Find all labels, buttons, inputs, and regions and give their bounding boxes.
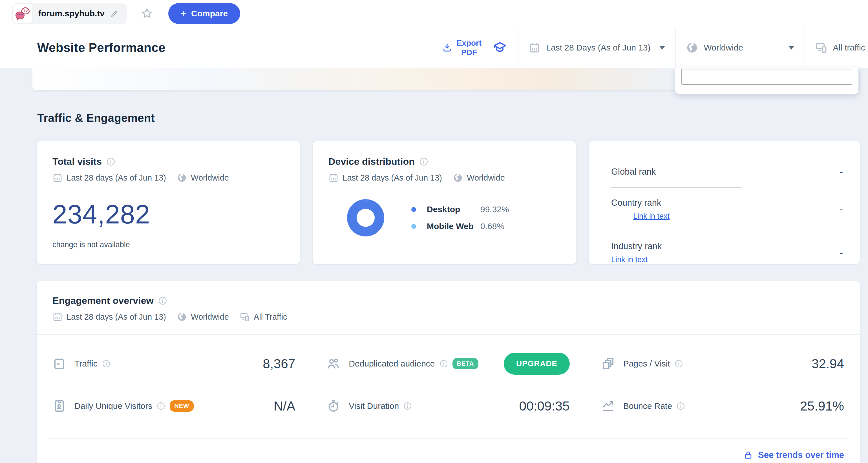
download-icon bbox=[442, 42, 452, 53]
engagement-overview-card: Engagement overview Last 28 days (As of … bbox=[37, 281, 860, 463]
country-rank-link[interactable]: Link in text bbox=[633, 212, 670, 221]
globe-icon bbox=[453, 173, 463, 183]
divider bbox=[611, 231, 742, 231]
engagement-date-label: Last 28 days (As of Jun 13) bbox=[66, 312, 166, 322]
global-rank-value: - bbox=[840, 166, 843, 177]
metric-label: Deduplicated audience bbox=[349, 359, 435, 369]
academy-button[interactable] bbox=[487, 27, 518, 68]
info-icon[interactable] bbox=[102, 359, 111, 368]
card-geo-label: Worldwide bbox=[191, 173, 229, 182]
chevron-down-icon bbox=[788, 46, 795, 50]
pages-icon bbox=[601, 357, 615, 371]
metrics-cards-row: Total visits Last 28 days (As of Jun 13)… bbox=[37, 141, 860, 264]
devices-icon bbox=[240, 312, 250, 322]
lock-icon bbox=[743, 450, 753, 460]
legend-item-desktop: Desktop 99.32% bbox=[411, 205, 509, 214]
info-icon[interactable] bbox=[677, 402, 685, 410]
edit-domain-icon[interactable] bbox=[110, 9, 119, 18]
info-icon[interactable] bbox=[439, 359, 448, 368]
id-card-icon bbox=[53, 399, 66, 413]
engagement-geo-label: Worldwide bbox=[191, 312, 229, 322]
metric-label: Daily Unique Visitors bbox=[74, 401, 152, 411]
calendar-icon bbox=[53, 312, 63, 322]
globe-icon bbox=[177, 173, 187, 183]
info-icon[interactable] bbox=[419, 157, 428, 166]
traffic-value: 8,367 bbox=[263, 356, 295, 371]
industry-rank-value: - bbox=[840, 247, 843, 258]
metric-visit-duration: Visit Duration 00:09:35 bbox=[311, 386, 585, 426]
metric-label: Pages / Visit bbox=[623, 359, 670, 369]
total-visits-title: Total visits bbox=[53, 156, 102, 167]
ranks-card: Global rank - Country rank Link in text … bbox=[589, 141, 860, 264]
industry-rank-row: Industry rank Link in text - bbox=[611, 241, 843, 264]
global-rank-label: Global rank bbox=[611, 167, 656, 177]
metric-label: Bounce Rate bbox=[623, 401, 672, 411]
metric-daily-unique-visitors: Daily Unique Visitors NEW N/A bbox=[37, 386, 311, 426]
country-rank-value: - bbox=[840, 204, 843, 215]
info-icon[interactable] bbox=[675, 359, 683, 368]
devices-icon bbox=[815, 41, 828, 54]
info-icon[interactable] bbox=[403, 402, 412, 410]
domain-chip[interactable]: TV forum.spyhub.tv bbox=[12, 3, 127, 24]
legend-item-mobile: Mobile Web 0.68% bbox=[411, 222, 509, 231]
total-visits-value: 234,282 bbox=[53, 199, 284, 230]
date-range-selector[interactable]: Last 28 Days (As of Jun 13) bbox=[518, 27, 675, 68]
metric-label: Traffic bbox=[74, 359, 97, 369]
globe-icon bbox=[686, 41, 698, 54]
section-title: Traffic & Engagement bbox=[37, 112, 868, 124]
engagement-traffic-label: All Traffic bbox=[254, 312, 287, 322]
audience-icon bbox=[327, 357, 340, 371]
upgrade-button[interactable]: UPGRADE bbox=[504, 353, 570, 375]
global-rank-row: Global rank - bbox=[611, 166, 843, 177]
export-label-line1: Export bbox=[457, 38, 482, 48]
calendar-icon bbox=[529, 42, 540, 54]
geo-selector[interactable]: Worldwide bbox=[676, 27, 805, 68]
total-visits-card: Total visits Last 28 days (As of Jun 13)… bbox=[37, 141, 300, 264]
export-label-line2: PDF bbox=[457, 48, 482, 57]
info-icon[interactable] bbox=[158, 296, 167, 305]
mobile-legend-dot bbox=[411, 224, 416, 229]
country-rank-label: Country rank bbox=[611, 198, 661, 208]
card-date-label: Last 28 days (As of Jun 13) bbox=[66, 173, 166, 182]
see-trends-link[interactable]: See trends over time bbox=[758, 450, 844, 460]
info-icon[interactable] bbox=[157, 402, 165, 410]
date-range-value: Last 28 Days (As of Jun 13) bbox=[546, 43, 650, 53]
visit-duration-value: 00:09:35 bbox=[519, 398, 570, 414]
previous-section-remnant bbox=[0, 68, 868, 90]
daily-unique-visitors-value: N/A bbox=[274, 398, 296, 414]
country-rank-row: Country rank Link in text - bbox=[611, 198, 843, 221]
bounce-rate-icon bbox=[601, 399, 615, 413]
top-bar: TV forum.spyhub.tv + Compare bbox=[0, 0, 868, 27]
new-badge: NEW bbox=[170, 400, 194, 412]
pages-per-visit-value: 32.94 bbox=[812, 356, 844, 371]
favorite-star-icon[interactable] bbox=[141, 7, 153, 20]
desktop-share: 99.32% bbox=[480, 205, 509, 214]
desktop-legend-dot bbox=[411, 207, 416, 212]
engagement-metrics-grid: Traffic 8,367 Deduplicated audience BETA… bbox=[37, 335, 860, 432]
industry-rank-label: Industry rank bbox=[611, 241, 662, 251]
calendar-icon bbox=[329, 173, 339, 183]
dropdown-search-input[interactable] bbox=[681, 69, 852, 85]
calendar-icon bbox=[53, 173, 63, 183]
page-title: Website Performance bbox=[37, 40, 436, 55]
traffic-type-value: All traffic bbox=[833, 43, 865, 53]
card-geo-label: Worldwide bbox=[467, 173, 505, 182]
card-date-label: Last 28 days (As of Jun 13) bbox=[343, 173, 442, 182]
beta-badge: BETA bbox=[453, 358, 478, 369]
export-pdf-button[interactable]: Export PDF bbox=[436, 27, 488, 68]
chevron-down-icon bbox=[659, 46, 665, 50]
industry-rank-link[interactable]: Link in text bbox=[611, 255, 648, 264]
device-donut-chart bbox=[347, 199, 384, 236]
bounce-rate-value: 25.91% bbox=[800, 398, 844, 414]
mobile-label: Mobile Web bbox=[427, 222, 480, 231]
device-distribution-card: Device distribution Last 28 days (As of … bbox=[313, 141, 576, 264]
desktop-label: Desktop bbox=[427, 205, 480, 214]
traffic-type-selector[interactable]: All traffic bbox=[805, 27, 868, 68]
compare-button-label: Compare bbox=[191, 9, 228, 18]
info-icon[interactable] bbox=[106, 157, 115, 166]
total-visits-note: change is not available bbox=[53, 240, 284, 249]
mobile-share: 0.68% bbox=[480, 222, 504, 231]
metric-traffic: Traffic 8,367 bbox=[37, 341, 311, 386]
domain-name: forum.spyhub.tv bbox=[38, 9, 104, 18]
compare-button[interactable]: + Compare bbox=[168, 3, 240, 24]
